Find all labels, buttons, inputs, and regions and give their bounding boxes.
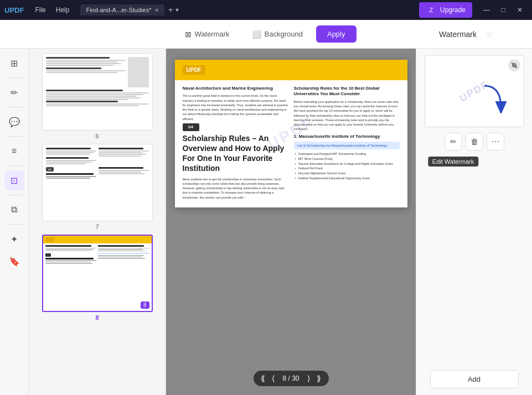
doc-blue-box: List of Scholarships by Massachusetts In…	[294, 142, 400, 149]
arrow-indicator-icon	[479, 83, 507, 113]
titlebar: UPDF File Help Find-and-A...er-Studies* …	[0, 0, 532, 20]
layers-icon[interactable]: ⧉	[4, 200, 24, 220]
document-area: UPDF Naval Architecture and Marine Engin…	[166, 49, 416, 395]
thumb-img-6	[42, 53, 153, 131]
right-panel: UPDF	[416, 49, 532, 395]
page-separator: /	[288, 375, 290, 382]
first-page-btn[interactable]: ⟪	[259, 373, 267, 384]
thumb-img-8: 8	[42, 235, 153, 312]
protect-icon[interactable]: ⊡	[4, 170, 24, 190]
toolbar: ⊠ Watermark ⬜ Background Apply Watermark…	[0, 20, 532, 49]
divider	[6, 165, 23, 166]
divider	[6, 195, 23, 195]
doc-para-naval: This is another great field in demand in…	[183, 93, 288, 121]
favorite-icon[interactable]: ☆	[485, 29, 493, 39]
avatar: Z	[426, 4, 437, 15]
tab-bar: Find-and-A...er-Studies* ✕ + ▾	[80, 4, 417, 15]
active-tab[interactable]: Find-and-A...er-Studies* ✕	[80, 4, 164, 15]
doc-para-rules: Before submitting your application for a…	[294, 100, 400, 132]
thumb-number-7: 7	[95, 224, 99, 230]
tab-arrow-icon[interactable]: ▾	[175, 6, 179, 14]
document-page: UPDF Naval Architecture and Marine Engin…	[175, 60, 407, 207]
page-number: 8 / 30	[279, 375, 302, 382]
thumbnail-panel: 6	[29, 49, 166, 395]
minimize-button[interactable]: —	[479, 2, 494, 18]
delete-icon: 🗑	[471, 137, 478, 146]
comment-icon[interactable]: 💬	[4, 112, 24, 132]
tab-add-icon[interactable]: +	[168, 5, 173, 15]
doc-bullet-3: Teacher Education Assistance for College…	[294, 162, 400, 167]
doc-bullet-4: Federal Pell Grant	[294, 166, 400, 171]
doc-heading-scholarship: Scholarship Rules – An Overview and How …	[183, 133, 288, 174]
doc-bullet-1: Undergrad and Postgrad MIT Scholarship F…	[294, 152, 400, 157]
doc-body: Naval Architecture and Marine Engineerin…	[175, 80, 407, 207]
star-sidebar-icon[interactable]: ✦	[4, 229, 24, 249]
form-icon[interactable]: ≡	[4, 141, 24, 161]
edit-icon[interactable]: ✏	[4, 82, 24, 102]
bookmark-icon[interactable]: 🔖	[4, 251, 24, 271]
divider	[6, 77, 23, 78]
panel-title: Watermark	[439, 30, 477, 39]
add-button[interactable]: Add	[430, 370, 519, 388]
watermark-preview: UPDF	[425, 55, 524, 127]
doc-bullet-5: Iraq and Afghanistan Service Grant	[294, 171, 400, 176]
background-tab[interactable]: ⬜ Background	[243, 25, 312, 43]
total-pages: 30	[292, 375, 299, 382]
hide-icon	[511, 62, 518, 69]
doc-heading-naval: Naval Architecture and Marine Engineerin…	[183, 86, 288, 91]
apply-button[interactable]: Apply	[316, 25, 357, 43]
divider	[6, 136, 23, 137]
doc-right-col: Scholarship Rules for the 10 Best Global…	[294, 86, 400, 202]
thumbnail-page-8[interactable]: 8 8	[34, 235, 161, 321]
page-navigation: ⟪ ⟨ 8 / 30 ⟩ ⟫	[253, 371, 328, 386]
file-menu[interactable]: File	[30, 4, 50, 15]
help-menu[interactable]: Help	[51, 4, 74, 15]
doc-bullet-6: Federal Supplemental Educational Opportu…	[294, 176, 400, 181]
more-watermark-button[interactable]: ⋯	[487, 133, 504, 150]
thumb-number-6: 6	[95, 133, 99, 139]
watermark-tab-icon: ⊠	[185, 30, 192, 39]
watermark-actions: ✏ Edit Watermark 🗑 ⋯	[445, 133, 504, 150]
next-page-btn[interactable]: ⟩	[305, 373, 312, 384]
doc-section-num: 04	[183, 123, 199, 131]
app-logo: UPDF	[4, 6, 24, 14]
delete-watermark-button[interactable]: 🗑	[466, 133, 483, 150]
pages-icon[interactable]: ⊞	[4, 53, 24, 73]
menu-bar: File Help	[30, 4, 74, 15]
background-tab-icon: ⬜	[252, 30, 261, 39]
doc-left-col: Naval Architecture and Marine Engineerin…	[183, 86, 288, 202]
doc-heading-mit: 1. Massachusetts Institute of Technology	[294, 134, 400, 139]
main-layout: ⊞ ✏ 💬 ≡ ⊡ ⧉ ✦ 🔖	[0, 49, 532, 395]
tab-title: Find-and-A...er-Studies*	[86, 7, 151, 13]
edit-icon: ✏	[450, 137, 457, 146]
tab-close-icon[interactable]: ✕	[154, 7, 159, 13]
thumb-img-7: 04	[42, 144, 153, 221]
current-page[interactable]: 8	[282, 375, 286, 382]
thumb-badge-8: 8	[141, 302, 149, 309]
doc-logo: UPDF	[183, 65, 205, 75]
thumbnail-page-7[interactable]: 04 7	[34, 144, 161, 230]
divider	[6, 224, 23, 225]
thumbnail-page-6[interactable]: 6	[34, 53, 161, 139]
left-sidebar: ⊞ ✏ 💬 ≡ ⊡ ⧉ ✦ 🔖	[0, 49, 29, 395]
divider	[6, 107, 23, 107]
edit-watermark-tooltip: Edit Watermark	[428, 157, 478, 167]
thumb-number-8: 8	[95, 314, 99, 321]
watermark-tab[interactable]: ⊠ Watermark	[176, 25, 239, 43]
doc-header: UPDF	[175, 60, 407, 80]
upgrade-button[interactable]: Z Upgrade	[419, 2, 472, 18]
doc-bullet-2: MIT Short Courses [Free]	[294, 157, 400, 162]
edit-watermark-button[interactable]: ✏ Edit Watermark	[445, 133, 462, 150]
window-controls: — □ ✕	[479, 2, 528, 18]
last-page-btn[interactable]: ⟫	[314, 373, 323, 384]
doc-heading-rules: Scholarship Rules for the 10 Best Global…	[294, 86, 400, 97]
more-icon: ⋯	[492, 137, 499, 146]
maximize-button[interactable]: □	[495, 2, 511, 18]
hide-watermark-button[interactable]	[508, 59, 520, 71]
close-button[interactable]: ✕	[512, 2, 528, 18]
doc-para-scholarship: Many students aim to get full scholarshi…	[183, 177, 288, 200]
prev-page-btn[interactable]: ⟨	[270, 373, 277, 384]
